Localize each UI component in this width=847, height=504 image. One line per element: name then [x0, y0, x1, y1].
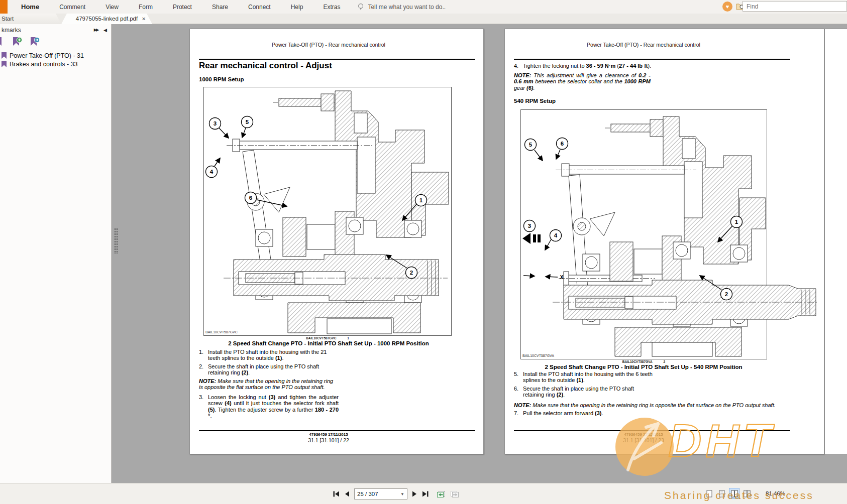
bookmark-item-brakes[interactable]: Brakes and controls - 33	[0, 60, 111, 68]
callout-4: 4	[210, 169, 214, 175]
callout-1: 1	[419, 197, 423, 203]
app-menu-button[interactable]	[0, 0, 8, 14]
step-7: 7. Pull the selector arm forward (3).	[514, 410, 665, 416]
bookmark-tool-clipped-icon[interactable]	[0, 36, 5, 49]
expand-bookmarks-icon[interactable]: ▶▶	[94, 28, 98, 32]
next-page-edge	[824, 29, 847, 454]
tell-me-box[interactable]: Tell me what you want to do..	[357, 3, 446, 11]
pdf-page-25: Power Take-Off (PTO) - Rear mechanical c…	[189, 29, 484, 454]
pdf-page-26: Power Take-Off (PTO) - Rear mechanical c…	[504, 29, 824, 454]
panel-resize-grip[interactable]	[114, 228, 118, 254]
figure-ref-number: 2	[664, 360, 666, 363]
section-heading: 1000 RPM Setup	[199, 76, 244, 82]
bookmark-label: Brakes and controls - 33	[10, 61, 78, 68]
favorites-heart-icon[interactable]: ♥	[722, 2, 732, 12]
next-view-icon[interactable]	[450, 490, 459, 498]
lightbulb-icon	[357, 3, 364, 11]
footer-doc-ref: 47936459 17/11/2015	[505, 432, 782, 437]
bookmarks-panel: kmarks ▶▶ ◀ Power Ta	[0, 24, 112, 483]
footer-page-ref: 31.1 [31.101] / 23	[505, 437, 782, 443]
header-rule	[514, 59, 790, 60]
menu-form[interactable]: Form	[129, 4, 163, 11]
single-page-view-icon[interactable]	[704, 488, 714, 498]
figure-ref-code: BAIL10CVT587GVA	[622, 360, 653, 363]
bookmarks-title: kmarks	[2, 27, 21, 34]
tab-start[interactable]: Start	[0, 14, 61, 24]
callout-3: 3	[528, 223, 531, 229]
last-page-icon[interactable]	[422, 491, 429, 497]
bookmark-item-pto[interactable]: Power Take-Off (PTO) - 31	[0, 51, 111, 60]
callout-2: 2	[410, 270, 413, 276]
technical-diagram-1000rpm: 3 5 4 6 1 2 BAIL10CVT587GVC	[203, 87, 452, 336]
page-dropdown-caret-icon[interactable]: ▼	[400, 492, 404, 496]
dimension-x-label: X	[560, 275, 564, 280]
bookmarks-header: kmarks ▶▶ ◀	[0, 24, 111, 36]
tab-close-icon[interactable]: ✕	[142, 14, 146, 24]
callout-1: 1	[735, 219, 738, 225]
figure-ref-number: 1	[347, 336, 349, 340]
callout-5: 5	[529, 142, 533, 148]
previous-view-icon[interactable]	[437, 490, 446, 498]
footer-rule	[514, 430, 790, 431]
menu-comment[interactable]: Comment	[49, 4, 95, 11]
figure-code-label: BAIL10CVT587GVA	[522, 354, 554, 357]
page-number-value: 25 / 307	[357, 491, 378, 497]
step-6: 6. Secure the shaft in place using the P…	[514, 386, 654, 398]
menu-view[interactable]: View	[95, 4, 129, 11]
document-view[interactable]: Power Take-Off (PTO) - Rear mechanical c…	[112, 24, 847, 483]
find-box	[743, 1, 847, 12]
facing-continuous-view-icon[interactable]	[742, 488, 752, 498]
menu-home[interactable]: Home	[11, 3, 49, 11]
tab-document[interactable]: 47975055-linked pdf.pdf	[61, 14, 152, 24]
footer-doc-ref: 47936459 17/11/2015	[190, 432, 467, 437]
menu-bar: Home Comment View Form Protect Share Con…	[0, 0, 847, 14]
page-display-modes	[704, 488, 752, 498]
figure-reference-line: BAIL10CVT587GVA 2	[520, 360, 767, 363]
find-input[interactable]	[743, 2, 846, 12]
running-header: Power Take-Off (PTO) - Rear mechanical c…	[505, 42, 782, 48]
figure-ref-code: BAIL10CVT587GVC	[306, 336, 336, 340]
footer-rule	[199, 430, 475, 431]
figure-540rpm: 5 6 3 4 1 2 X BAIL10CVT587GVA	[520, 109, 818, 360]
add-bookmark-icon[interactable]	[12, 36, 23, 49]
figure-code-label: BAIL10CVT587GVC	[205, 330, 238, 334]
callout-5: 5	[246, 119, 249, 125]
step-5: 5. Install the PTO shaft into the housin…	[514, 371, 654, 384]
callout-3: 3	[214, 120, 217, 127]
collapse-panel-icon[interactable]: ◀	[103, 28, 107, 33]
menu-extras[interactable]: Extras	[313, 4, 350, 11]
figure-reference-line: BAIL10CVT587GVC 1	[203, 336, 452, 340]
bookmark-icon	[1, 60, 7, 68]
continuous-view-icon[interactable]	[717, 488, 726, 498]
note-clearance: NOTE: This adjustment will give a cleara…	[514, 72, 651, 91]
technical-diagram-540rpm: 5 6 3 4 1 2 X BAIL10CVT587GVA	[520, 109, 818, 360]
bookmark-icon	[1, 52, 7, 59]
menu-connect[interactable]: Connect	[238, 4, 281, 11]
ribbon-tabs: Home Comment View Form Protect Share Con…	[11, 0, 446, 14]
figure-caption: 2 Speed Shaft Change PTO - Initial PTO S…	[505, 364, 782, 370]
step-4: 4. Tighten the locking nut to 36 - 59 N·…	[514, 63, 675, 69]
status-bar: 25 / 307 ▼	[0, 483, 847, 504]
previous-page-icon[interactable]	[344, 491, 350, 497]
facing-pages-view-icon[interactable]	[729, 488, 739, 498]
next-page-icon[interactable]	[412, 491, 417, 497]
callout-2: 2	[725, 291, 728, 297]
callout-6: 6	[561, 141, 564, 147]
callout-6: 6	[249, 195, 252, 201]
menu-protect[interactable]: Protect	[163, 4, 202, 11]
menu-help[interactable]: Help	[281, 4, 313, 11]
zoom-level: 81.46%	[766, 490, 785, 496]
bookmark-label: Power Take-Off (PTO) - 31	[10, 52, 84, 59]
page-number-box[interactable]: 25 / 307 ▼	[354, 488, 407, 499]
page-navigation: 25 / 307 ▼	[333, 488, 459, 500]
goto-bookmark-icon[interactable]	[29, 36, 40, 49]
footer-page-ref: 31.1 [31.101] / 22	[190, 437, 467, 443]
menu-share[interactable]: Share	[202, 4, 238, 11]
first-page-icon[interactable]	[333, 491, 340, 497]
note-retaining-ring: NOTE: Make sure that the opening in the …	[199, 378, 336, 391]
step-3: 3. Loosen the locking nut (3) and tighte…	[199, 394, 339, 419]
document-tab-strip: Start 47975055-linked pdf.pdf ✕	[0, 14, 847, 24]
section-heading: 540 RPM Setup	[514, 98, 556, 104]
page-title: Rear mechanical control - Adjust	[199, 61, 332, 71]
callout-4: 4	[554, 232, 558, 238]
